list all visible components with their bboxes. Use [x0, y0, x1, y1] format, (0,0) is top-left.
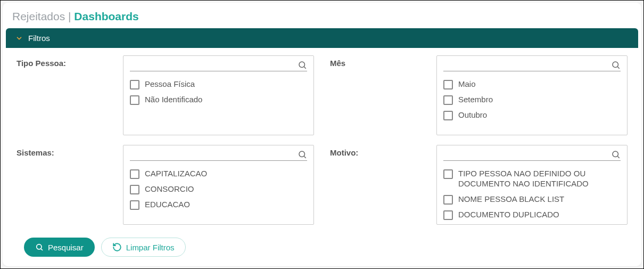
option-label[interactable]: Não Identificado	[145, 95, 202, 105]
svg-line-9	[41, 249, 43, 250]
breadcrumb-sep: |	[65, 10, 74, 22]
checkbox[interactable]	[130, 200, 139, 210]
svg-line-7	[617, 156, 619, 158]
search-input-motivo[interactable]	[443, 150, 611, 159]
checkbox[interactable]	[443, 111, 453, 120]
search-icon[interactable]	[298, 150, 307, 159]
search-icon	[35, 243, 44, 251]
option-label[interactable]: Pessoa Física	[145, 79, 195, 89]
search-icon[interactable]	[611, 60, 621, 70]
breadcrumb-inactive[interactable]: Rejeitados	[12, 10, 65, 22]
option-label[interactable]: CONSORCIO	[145, 184, 194, 194]
option-label[interactable]: CAPITALIZACAO	[145, 169, 207, 179]
filter-label-motivo: Motivo:	[330, 145, 431, 157]
checkbox[interactable]	[130, 185, 139, 194]
clear-button[interactable]: Limpar Filtros	[101, 238, 186, 257]
checkbox[interactable]	[443, 80, 453, 89]
checkbox[interactable]	[130, 95, 139, 105]
search-button[interactable]: Pesquisar	[24, 238, 95, 257]
search-input-mes[interactable]	[443, 61, 611, 69]
option-label[interactable]: TIPO PESSOA NAO DEFINIDO OU DOCUMENTO NA…	[458, 169, 621, 189]
checkbox[interactable]	[443, 95, 453, 105]
filter-label-mes: Mês	[330, 55, 431, 68]
filter-tipo-pessoa: Tipo Pessoa: Pessoa Física Não Identific…	[16, 55, 314, 137]
filter-box-mes: Maio Setembro Outubro	[436, 55, 628, 135]
option-row[interactable]: EDUCACAO	[130, 197, 307, 213]
svg-point-4	[299, 151, 305, 157]
options-sistemas: CAPITALIZACAO CONSORCIO EDUCACAO	[123, 164, 313, 224]
search-icon[interactable]	[298, 60, 307, 70]
svg-point-0	[299, 62, 305, 68]
filter-sistemas: Sistemas: CAPITALIZACAO CONSORCIO EDUCAC…	[16, 145, 314, 227]
filter-box-sistemas: CAPITALIZACAO CONSORCIO EDUCACAO	[123, 145, 314, 225]
svg-line-3	[617, 67, 619, 68]
option-row[interactable]: DOCUMENTO DUPLICADO	[443, 207, 621, 223]
option-label[interactable]: NOME PESSOA BLACK LIST	[458, 194, 564, 205]
option-row[interactable]: NOME PESSOA BLACK LIST	[443, 192, 621, 207]
filter-box-tipo-pessoa: Pessoa Física Não Identificado	[123, 55, 314, 135]
checkbox[interactable]	[130, 169, 139, 179]
search-button-label: Pesquisar	[48, 243, 84, 252]
option-label[interactable]: Maio	[458, 79, 476, 89]
filters-title: Filtros	[28, 34, 50, 43]
option-label[interactable]: Setembro	[458, 95, 493, 105]
option-row[interactable]: Maio	[443, 77, 621, 92]
filter-mes: Mês Maio Setembro Outubro	[330, 55, 628, 137]
search-icon[interactable]	[611, 150, 621, 159]
svg-point-2	[613, 62, 618, 68]
filters-toggle-bar[interactable]: Filtros	[6, 28, 638, 48]
option-label[interactable]: EDUCACAO	[145, 200, 190, 210]
options-motivo: TIPO PESSOA NAO DEFINIDO OU DOCUMENTO NA…	[437, 164, 627, 224]
option-row[interactable]: Outubro	[443, 108, 621, 123]
svg-line-1	[304, 67, 306, 68]
option-label[interactable]: DOCUMENTO DUPLICADO	[458, 210, 559, 220]
options-tipo-pessoa: Pessoa Física Não Identificado	[123, 75, 313, 135]
option-row[interactable]: Não Identificado	[130, 92, 307, 108]
checkbox[interactable]	[443, 195, 453, 205]
option-row[interactable]: CONSORCIO	[130, 182, 307, 197]
filter-box-motivo: TIPO PESSOA NAO DEFINIDO OU DOCUMENTO NA…	[436, 145, 628, 225]
checkbox[interactable]	[443, 169, 453, 179]
option-row[interactable]: CAPITALIZACAO	[130, 166, 307, 182]
option-row[interactable]: Setembro	[443, 92, 621, 108]
checkbox[interactable]	[130, 80, 139, 89]
search-input-tipo-pessoa[interactable]	[130, 61, 298, 69]
chevron-down-icon	[15, 35, 23, 42]
option-row[interactable]: TIPO PESSOA NAO DEFINIDO OU DOCUMENTO NA…	[443, 166, 621, 192]
breadcrumb: Rejeitados | Dashboards	[3, 3, 641, 28]
clear-button-label: Limpar Filtros	[126, 243, 175, 252]
checkbox[interactable]	[443, 210, 453, 220]
svg-point-6	[613, 151, 618, 157]
filter-label-tipo-pessoa: Tipo Pessoa:	[16, 55, 118, 68]
search-input-sistemas[interactable]	[130, 150, 298, 159]
filter-label-sistemas: Sistemas:	[16, 145, 118, 157]
undo-icon	[112, 242, 122, 252]
svg-line-5	[304, 156, 306, 158]
option-label[interactable]: Outubro	[458, 110, 487, 120]
breadcrumb-active[interactable]: Dashboards	[74, 10, 138, 22]
svg-point-8	[37, 244, 42, 249]
option-row[interactable]: Pessoa Física	[130, 77, 307, 92]
options-mes: Maio Setembro Outubro	[437, 75, 627, 135]
filter-motivo: Motivo: TIPO PESSOA NAO DEFINIDO OU DOCU…	[330, 145, 628, 227]
